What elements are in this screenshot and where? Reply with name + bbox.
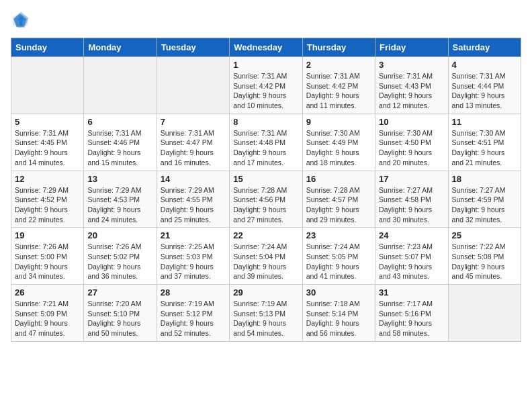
day-header-tuesday: Tuesday — [157, 38, 229, 57]
day-info: Sunrise: 7:21 AM Sunset: 5:09 PM Dayligh… — [15, 299, 80, 338]
logo — [11, 11, 32, 30]
day-number: 18 — [452, 174, 517, 184]
calendar-cell: 24Sunrise: 7:23 AM Sunset: 5:07 PM Dayli… — [375, 228, 448, 285]
day-number: 23 — [306, 230, 371, 240]
day-info: Sunrise: 7:27 AM Sunset: 4:58 PM Dayligh… — [379, 185, 444, 225]
day-number: 17 — [379, 174, 444, 184]
day-header-monday: Monday — [84, 38, 157, 57]
calendar-cell: 28Sunrise: 7:19 AM Sunset: 5:12 PM Dayli… — [157, 285, 229, 342]
day-number: 11 — [452, 117, 517, 127]
calendar-cell — [11, 57, 84, 114]
day-info: Sunrise: 7:29 AM Sunset: 4:55 PM Dayligh… — [161, 185, 226, 225]
calendar-cell: 12Sunrise: 7:29 AM Sunset: 4:52 PM Dayli… — [11, 171, 84, 228]
calendar-cell: 29Sunrise: 7:19 AM Sunset: 5:13 PM Dayli… — [230, 285, 302, 342]
calendar-cell: 2Sunrise: 7:31 AM Sunset: 4:42 PM Daylig… — [302, 57, 375, 114]
calendar-cell: 31Sunrise: 7:17 AM Sunset: 5:16 PM Dayli… — [375, 285, 448, 342]
day-info: Sunrise: 7:23 AM Sunset: 5:07 PM Dayligh… — [379, 242, 444, 281]
day-number: 2 — [306, 60, 371, 70]
calendar-cell: 13Sunrise: 7:29 AM Sunset: 4:53 PM Dayli… — [84, 171, 157, 228]
day-number: 25 — [452, 230, 517, 240]
day-number: 3 — [379, 60, 444, 70]
calendar-cell: 21Sunrise: 7:25 AM Sunset: 5:03 PM Dayli… — [157, 228, 229, 285]
calendar-cell: 9Sunrise: 7:30 AM Sunset: 4:49 PM Daylig… — [302, 113, 375, 171]
day-number: 26 — [15, 287, 80, 298]
calendar-cell: 19Sunrise: 7:26 AM Sunset: 5:00 PM Dayli… — [11, 228, 84, 285]
day-header-thursday: Thursday — [302, 38, 375, 57]
day-info: Sunrise: 7:31 AM Sunset: 4:45 PM Dayligh… — [15, 128, 80, 168]
page-header — [11, 11, 521, 30]
day-number: 15 — [233, 174, 298, 184]
day-number: 30 — [306, 287, 371, 298]
day-info: Sunrise: 7:31 AM Sunset: 4:42 PM Dayligh… — [306, 71, 371, 111]
day-info: Sunrise: 7:30 AM Sunset: 4:51 PM Dayligh… — [452, 128, 517, 168]
calendar-cell — [84, 57, 157, 114]
day-number: 14 — [161, 174, 226, 184]
day-number: 16 — [306, 174, 371, 184]
calendar-cell: 15Sunrise: 7:28 AM Sunset: 4:56 PM Dayli… — [230, 171, 302, 228]
day-number: 10 — [379, 117, 444, 127]
day-info: Sunrise: 7:31 AM Sunset: 4:47 PM Dayligh… — [161, 128, 226, 168]
calendar-cell: 18Sunrise: 7:27 AM Sunset: 4:59 PM Dayli… — [448, 171, 521, 228]
day-info: Sunrise: 7:19 AM Sunset: 5:13 PM Dayligh… — [233, 299, 298, 338]
day-info: Sunrise: 7:25 AM Sunset: 5:03 PM Dayligh… — [161, 242, 226, 281]
day-number: 20 — [87, 230, 152, 240]
calendar-cell: 25Sunrise: 7:22 AM Sunset: 5:08 PM Dayli… — [448, 228, 521, 285]
day-number: 9 — [306, 117, 371, 127]
day-number: 1 — [233, 60, 298, 70]
day-info: Sunrise: 7:19 AM Sunset: 5:12 PM Dayligh… — [161, 299, 226, 338]
day-number: 27 — [87, 287, 152, 298]
calendar-cell: 5Sunrise: 7:31 AM Sunset: 4:45 PM Daylig… — [11, 113, 84, 171]
calendar-cell: 16Sunrise: 7:28 AM Sunset: 4:57 PM Dayli… — [302, 171, 375, 228]
calendar-cell: 20Sunrise: 7:26 AM Sunset: 5:02 PM Dayli… — [84, 228, 157, 285]
day-number: 19 — [15, 230, 80, 240]
day-number: 24 — [379, 230, 444, 240]
day-number: 12 — [15, 174, 80, 184]
day-info: Sunrise: 7:30 AM Sunset: 4:49 PM Dayligh… — [306, 128, 371, 168]
calendar-week-5: 26Sunrise: 7:21 AM Sunset: 5:09 PM Dayli… — [11, 285, 521, 342]
day-info: Sunrise: 7:27 AM Sunset: 4:59 PM Dayligh… — [452, 185, 517, 225]
day-info: Sunrise: 7:22 AM Sunset: 5:08 PM Dayligh… — [452, 242, 517, 281]
day-info: Sunrise: 7:20 AM Sunset: 5:10 PM Dayligh… — [87, 299, 152, 338]
day-header-friday: Friday — [375, 38, 448, 57]
day-header-wednesday: Wednesday — [230, 38, 302, 57]
calendar-cell — [448, 285, 521, 342]
calendar-cell: 22Sunrise: 7:24 AM Sunset: 5:04 PM Dayli… — [230, 228, 302, 285]
day-info: Sunrise: 7:17 AM Sunset: 5:16 PM Dayligh… — [379, 299, 444, 338]
day-info: Sunrise: 7:26 AM Sunset: 5:02 PM Dayligh… — [87, 242, 152, 281]
calendar-cell: 27Sunrise: 7:20 AM Sunset: 5:10 PM Dayli… — [84, 285, 157, 342]
day-header-saturday: Saturday — [448, 38, 521, 57]
calendar-cell: 3Sunrise: 7:31 AM Sunset: 4:43 PM Daylig… — [375, 57, 448, 114]
day-info: Sunrise: 7:31 AM Sunset: 4:43 PM Dayligh… — [379, 71, 444, 111]
calendar-cell: 23Sunrise: 7:24 AM Sunset: 5:05 PM Dayli… — [302, 228, 375, 285]
calendar-cell: 14Sunrise: 7:29 AM Sunset: 4:55 PM Dayli… — [157, 171, 229, 228]
day-number: 21 — [161, 230, 226, 240]
day-number: 4 — [452, 60, 517, 70]
calendar-cell: 4Sunrise: 7:31 AM Sunset: 4:44 PM Daylig… — [448, 57, 521, 114]
day-number: 7 — [161, 117, 226, 127]
day-info: Sunrise: 7:28 AM Sunset: 4:56 PM Dayligh… — [233, 185, 298, 225]
calendar-cell — [157, 57, 229, 114]
day-info: Sunrise: 7:24 AM Sunset: 5:05 PM Dayligh… — [306, 242, 371, 281]
day-number: 6 — [87, 117, 152, 127]
calendar-cell: 30Sunrise: 7:18 AM Sunset: 5:14 PM Dayli… — [302, 285, 375, 342]
day-info: Sunrise: 7:31 AM Sunset: 4:48 PM Dayligh… — [233, 128, 298, 168]
calendar-week-1: 1Sunrise: 7:31 AM Sunset: 4:42 PM Daylig… — [11, 57, 521, 114]
day-info: Sunrise: 7:29 AM Sunset: 4:53 PM Dayligh… — [87, 185, 152, 225]
day-info: Sunrise: 7:31 AM Sunset: 4:42 PM Dayligh… — [233, 71, 298, 111]
calendar-cell: 11Sunrise: 7:30 AM Sunset: 4:51 PM Dayli… — [448, 113, 521, 171]
day-number: 29 — [233, 287, 298, 298]
day-number: 8 — [233, 117, 298, 127]
day-number: 5 — [15, 117, 80, 127]
calendar-cell: 17Sunrise: 7:27 AM Sunset: 4:58 PM Dayli… — [375, 171, 448, 228]
day-info: Sunrise: 7:18 AM Sunset: 5:14 PM Dayligh… — [306, 299, 371, 338]
days-header-row: SundayMondayTuesdayWednesdayThursdayFrid… — [11, 38, 521, 57]
day-number: 31 — [379, 287, 444, 298]
calendar-cell: 10Sunrise: 7:30 AM Sunset: 4:50 PM Dayli… — [375, 113, 448, 171]
calendar-cell: 7Sunrise: 7:31 AM Sunset: 4:47 PM Daylig… — [157, 113, 229, 171]
day-number: 28 — [161, 287, 226, 298]
calendar-cell: 1Sunrise: 7:31 AM Sunset: 4:42 PM Daylig… — [230, 57, 302, 114]
calendar-table: SundayMondayTuesdayWednesdayThursdayFrid… — [11, 38, 521, 342]
day-info: Sunrise: 7:31 AM Sunset: 4:44 PM Dayligh… — [452, 71, 517, 111]
day-info: Sunrise: 7:26 AM Sunset: 5:00 PM Dayligh… — [15, 242, 80, 281]
day-header-sunday: Sunday — [11, 38, 84, 57]
